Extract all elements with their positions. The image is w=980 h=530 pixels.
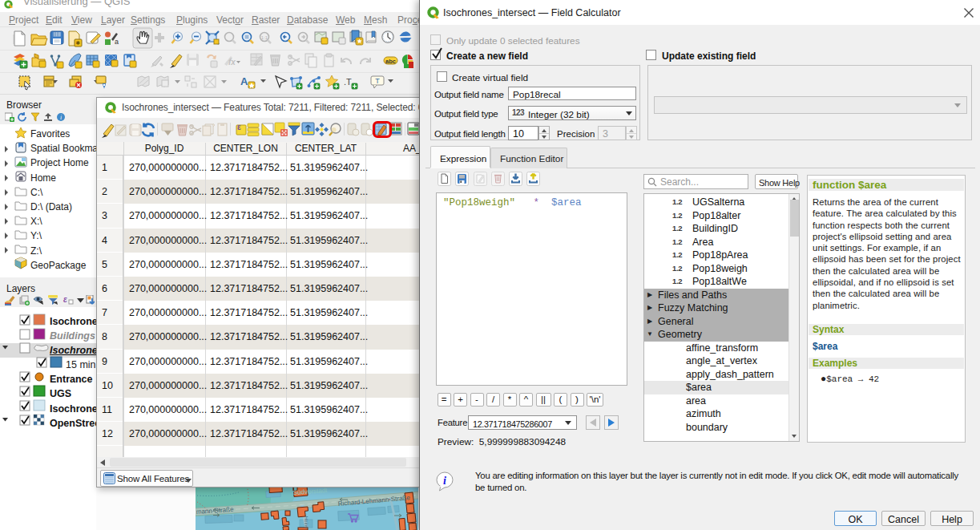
svg-text:abc: abc (385, 58, 396, 65)
svg-text:.T: .T (344, 77, 352, 87)
svg-text:T: T (375, 77, 380, 85)
svg-text:1:1: 1:1 (261, 35, 268, 40)
svg-text:✱: ✱ (76, 40, 81, 46)
svg-text:a: a (115, 38, 119, 46)
svg-text:i: i (443, 475, 446, 487)
svg-text:fx: fx (228, 58, 236, 67)
svg-text:A: A (240, 75, 248, 87)
svg-text:ε: ε (63, 295, 67, 304)
svg-text:ε: ε (237, 123, 241, 131)
svg-text:Heinri: Heinri (304, 516, 309, 529)
svg-text:i: i (60, 114, 62, 121)
